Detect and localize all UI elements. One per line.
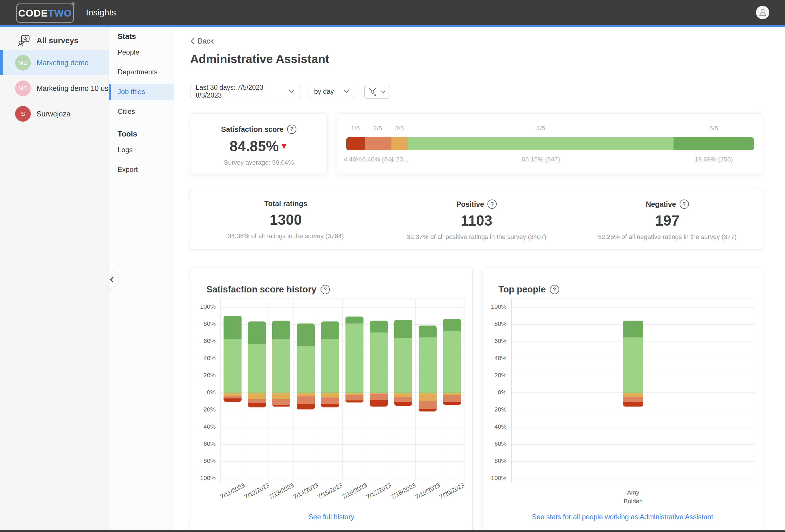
bar-negative[interactable] — [321, 393, 339, 407]
y-axis-label: 20% — [195, 372, 216, 379]
bar-negative[interactable] — [370, 393, 388, 407]
nav-item-logs[interactable]: Logs — [109, 142, 174, 158]
user-avatar-button[interactable] — [756, 6, 769, 19]
bar-positive[interactable] — [297, 324, 315, 393]
bar-negative[interactable] — [248, 393, 266, 407]
x-axis-label: 7/18/2023 — [389, 481, 417, 500]
gridline — [294, 299, 294, 483]
granularity-value: by day — [314, 88, 334, 96]
nav-item-departments[interactable]: Departments — [109, 64, 174, 80]
segment-2of5 — [224, 396, 242, 399]
bar-negative[interactable] — [623, 393, 643, 407]
bar-positive[interactable] — [419, 326, 437, 393]
distribution-segment-3-5 — [391, 137, 408, 150]
segment-2of5 — [272, 399, 290, 405]
bar-positive[interactable] — [623, 321, 643, 393]
x-axis-label: 7/16/2023 — [341, 481, 368, 500]
bar-positive[interactable] — [224, 316, 242, 393]
segment-4of5 — [297, 346, 315, 393]
segment-5of5 — [272, 321, 290, 339]
distribution-segment-4-5 — [408, 137, 674, 150]
history-chart-title: Satisfaction score history — [206, 284, 316, 295]
distribution-segment-2-5 — [364, 137, 391, 150]
granularity-select[interactable]: by day — [309, 85, 355, 98]
help-icon[interactable]: ? — [487, 200, 497, 209]
total-subtext: 34.36% of all ratings in the survey (378… — [228, 232, 344, 240]
nav-item-export[interactable]: Export — [109, 161, 174, 178]
filter-button[interactable] — [364, 85, 390, 99]
segment-4of5 — [443, 331, 461, 393]
bar-negative[interactable] — [272, 393, 290, 407]
see-full-history-link[interactable]: See full history — [191, 513, 472, 521]
segment-4of5 — [394, 338, 412, 393]
total-label-row: Total ratings — [264, 200, 307, 208]
segment-1of5 — [248, 403, 266, 407]
help-icon[interactable]: ? — [321, 285, 330, 294]
segment-1of5 — [224, 399, 242, 402]
help-icon[interactable]: ? — [287, 125, 297, 134]
gridline — [464, 299, 464, 483]
x-axis-label: Amy Bolden — [624, 488, 642, 506]
y-axis-label: 100% — [195, 303, 216, 310]
help-icon[interactable]: ? — [680, 200, 689, 209]
gridline — [318, 299, 318, 483]
survey-item-label: Marketing demo 10 users — [36, 84, 119, 93]
nav-section-header: Stats — [109, 28, 174, 45]
segment-1of5 — [321, 404, 339, 407]
bar-negative[interactable] — [297, 393, 315, 409]
distribution-segment-5-5 — [674, 137, 754, 150]
nav-item-people[interactable]: People — [109, 44, 174, 60]
main-content: Back Administrative Assistant Last 30 da… — [174, 27, 785, 532]
segment-4of5 — [419, 337, 437, 393]
bar-negative[interactable] — [443, 393, 461, 405]
bar-negative[interactable] — [419, 393, 437, 411]
segment-2of5 — [419, 401, 437, 409]
bar-positive[interactable] — [272, 321, 290, 393]
survey-item[interactable]: MDMarketing demo — [0, 50, 109, 75]
total-column: Total ratings130034.36% of all ratings i… — [191, 189, 381, 249]
gridline — [391, 299, 391, 483]
bar-positive[interactable] — [443, 319, 461, 393]
y-axis-label: 60% — [195, 337, 216, 345]
survey-item[interactable]: SSurwejoza — [0, 101, 109, 126]
nav-item-cities[interactable]: Cities — [109, 103, 174, 120]
segment-1of5 — [370, 400, 388, 407]
segment-5of5 — [443, 319, 461, 331]
see-all-people-link[interactable]: See stats for all people working as Admi… — [482, 513, 763, 521]
survey-avatar: MD — [15, 80, 31, 96]
nav-item-job-titles[interactable]: Job titles — [109, 84, 174, 100]
segment-3of5 — [419, 393, 437, 401]
distribution-caption: 6.46% (84) — [362, 156, 394, 163]
distribution-label: 5/5 — [709, 125, 718, 132]
filter-funnel-icon — [369, 87, 377, 96]
bar-negative[interactable] — [224, 393, 242, 402]
rating-distribution-card: 1/54.46%...2/56.46% (84)3/54.23...4/565.… — [337, 113, 763, 174]
y-axis-label: 60% — [195, 440, 216, 447]
help-icon[interactable]: ? — [550, 285, 559, 294]
bar-positive[interactable] — [370, 321, 388, 393]
bar-positive[interactable] — [248, 322, 266, 393]
survey-item[interactable]: MDMarketing demo 10 users — [0, 76, 109, 101]
segment-4of5 — [272, 339, 290, 393]
y-axis-label: 80% — [486, 457, 507, 464]
bar-positive[interactable] — [346, 316, 363, 393]
date-range-select[interactable]: Last 30 days: 7/5/2023 - 8/3/2023 — [190, 85, 300, 98]
gridline — [269, 299, 270, 483]
all-surveys-header[interactable]: All surveys — [0, 32, 108, 49]
segment-1of5 — [443, 402, 461, 405]
back-button[interactable]: Back — [190, 37, 214, 45]
total-value: 197 — [655, 212, 679, 229]
y-axis-label: 100% — [486, 303, 507, 310]
zero-axis-line — [220, 392, 464, 393]
gridline — [342, 299, 343, 483]
segment-4of5 — [346, 324, 363, 393]
y-axis-label: 60% — [486, 337, 507, 345]
segment-2of5 — [248, 399, 266, 403]
segment-5of5 — [623, 321, 643, 337]
bar-positive[interactable] — [394, 320, 412, 393]
segment-3of5 — [272, 393, 290, 399]
satisfaction-score-value: 84.85% — [230, 138, 279, 155]
bar-negative[interactable] — [394, 393, 412, 406]
bar-positive[interactable] — [321, 322, 339, 393]
bar-negative[interactable] — [346, 393, 363, 403]
